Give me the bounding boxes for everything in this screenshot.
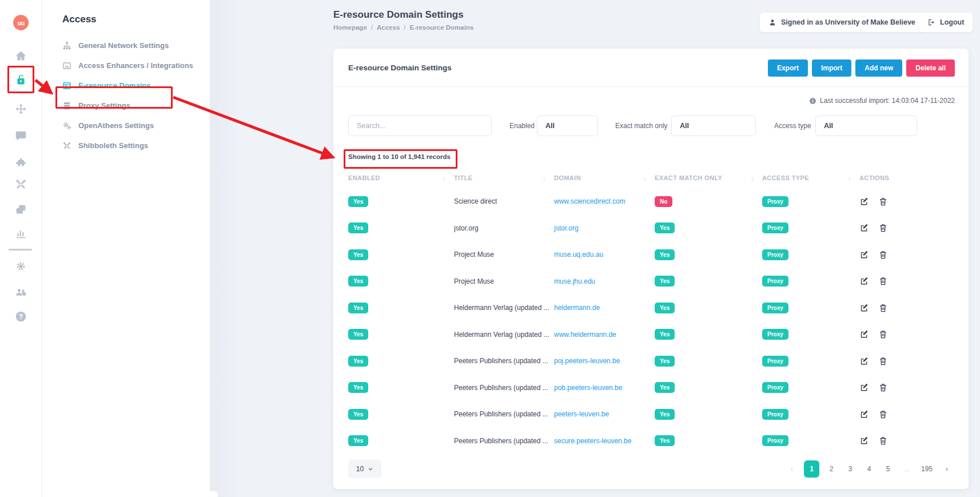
- edit-icon[interactable]: [859, 223, 869, 233]
- move-icon[interactable]: [15, 103, 27, 115]
- edit-icon[interactable]: [859, 303, 869, 313]
- domain-link[interactable]: heldermann.de: [554, 304, 600, 312]
- trash-icon[interactable]: [878, 303, 888, 313]
- domain-link[interactable]: pob.peeters-leuven.be: [554, 384, 622, 392]
- chat-icon[interactable]: [15, 130, 27, 142]
- domain-cell: pob.peeters-leuven.be: [554, 384, 655, 392]
- trash-icon[interactable]: [878, 356, 888, 366]
- domain-link[interactable]: secure.peeters-leuven.be: [554, 437, 631, 445]
- sidebar-item-e-resource-domains[interactable]: E-resource Domains: [62, 75, 199, 96]
- trash-icon[interactable]: [878, 276, 888, 286]
- title-cell: Peeters Publishers (updated ...: [454, 384, 554, 392]
- prev-page-button[interactable]: ‹: [785, 460, 799, 478]
- page-button-5[interactable]: 5: [881, 460, 895, 478]
- edit-icon[interactable]: [859, 356, 869, 366]
- status-badge: Proxy: [762, 382, 788, 393]
- trash-icon[interactable]: [878, 436, 888, 446]
- page-size-select[interactable]: 10: [348, 459, 381, 478]
- status-badge: Proxy: [762, 356, 788, 367]
- domain-link[interactable]: muse.jhu.edu: [554, 277, 595, 285]
- edit-icon[interactable]: [859, 250, 869, 260]
- signed-in-button[interactable]: Signed in as University of Make Believe: [760, 13, 924, 32]
- page-button-195[interactable]: 195: [919, 460, 935, 478]
- domain-cell: secure.peeters-leuven.be: [554, 437, 655, 445]
- sidebar-item-access-enhancers-integrations[interactable]: Access Enhancers / Integrations: [62, 55, 199, 75]
- domain-link[interactable]: jstor.org: [554, 224, 579, 232]
- sidebar-item-shibboleth-settings[interactable]: Shibboleth Settings: [62, 136, 199, 156]
- domain-link[interactable]: poj.peeters-leuven.be: [554, 357, 620, 365]
- title-cell: jstor.org: [454, 224, 554, 232]
- sort-arrow-icon[interactable]: ↓: [848, 174, 851, 181]
- column-header-title[interactable]: TITLE↓: [454, 174, 554, 181]
- access-type-cell: Proxy: [762, 196, 859, 207]
- next-page-button[interactable]: ›: [940, 460, 954, 478]
- column-label: ACCESS TYPE: [762, 174, 809, 181]
- delete-all-button[interactable]: Delete all: [906, 59, 955, 77]
- access-type-filter-select[interactable]: All: [815, 116, 917, 136]
- sort-arrow-icon[interactable]: ↓: [443, 174, 446, 181]
- app-logo[interactable]: uu: [13, 15, 29, 30]
- edit-icon[interactable]: [859, 329, 869, 339]
- lock-open-icon[interactable]: [15, 74, 27, 86]
- edit-icon[interactable]: [859, 276, 869, 286]
- domain-link[interactable]: muse.uq.edu.au: [554, 251, 603, 259]
- sidebar-item-proxy-settings[interactable]: Proxy Settings›: [62, 96, 199, 116]
- export-button[interactable]: Export: [768, 59, 808, 77]
- sidebar-item-openathens-settings[interactable]: OpenAthens Settings: [62, 116, 199, 136]
- trash-icon[interactable]: [878, 250, 888, 260]
- trash-icon[interactable]: [878, 383, 888, 392]
- logout-label: Logout: [940, 18, 964, 26]
- records-count: Showing 1 to 10 of 1,941 records: [348, 153, 451, 160]
- status-badge: Yes: [348, 303, 368, 313]
- breadcrumb-access[interactable]: Access: [377, 24, 400, 31]
- logout-button[interactable]: Logout: [919, 13, 973, 32]
- import-button[interactable]: Import: [812, 59, 851, 77]
- status-badge: Yes: [348, 196, 368, 207]
- access-type-cell: Proxy: [762, 276, 859, 287]
- domain-link[interactable]: www.heldermann.de: [554, 331, 616, 339]
- sort-arrow-icon[interactable]: ↓: [751, 174, 754, 181]
- edit-icon[interactable]: [859, 197, 869, 206]
- puzzle-icon[interactable]: [15, 156, 27, 168]
- help-icon[interactable]: ?: [15, 311, 27, 323]
- domain-link[interactable]: peeters-leuven.be: [554, 410, 609, 418]
- sort-arrow-icon[interactable]: ↓: [543, 174, 546, 181]
- trash-icon[interactable]: [878, 197, 888, 206]
- page-button-1[interactable]: 1: [804, 460, 819, 478]
- sidebar-item-general-network-settings[interactable]: General Network Settings: [62, 35, 199, 55]
- pages-icon[interactable]: [15, 204, 27, 216]
- trash-icon[interactable]: [878, 409, 888, 419]
- edit-icon[interactable]: [859, 409, 869, 419]
- page-button-4[interactable]: 4: [862, 460, 876, 478]
- page-size-value: 10: [356, 465, 364, 473]
- users-icon[interactable]: [15, 286, 27, 298]
- trash-icon[interactable]: [878, 223, 888, 233]
- domain-link[interactable]: www.sciencedirect.com: [554, 197, 626, 205]
- card-actions: Export Import Add new Delete all: [768, 59, 955, 77]
- column-header-exact-match-only[interactable]: EXACT MATCH ONLY↓: [655, 174, 762, 181]
- table-row: YesHeldermann Verlag (updated ...www.hel…: [348, 321, 954, 348]
- chart-icon[interactable]: [15, 228, 27, 240]
- breadcrumb-homepage[interactable]: Homepage: [333, 24, 367, 31]
- panel-collapse-tab[interactable]: [200, 491, 218, 497]
- page-button-2[interactable]: 2: [824, 460, 838, 478]
- edit-icon[interactable]: [859, 436, 869, 446]
- exact-match-filter-select[interactable]: All: [671, 116, 756, 136]
- tools-icon[interactable]: [15, 178, 27, 190]
- status-badge: Yes: [348, 435, 368, 446]
- edit-icon[interactable]: [859, 383, 869, 392]
- chevron-down-icon: [368, 466, 373, 472]
- search-input[interactable]: [348, 116, 492, 136]
- sort-arrow-icon[interactable]: ↓: [643, 174, 647, 181]
- add-new-button[interactable]: Add new: [855, 59, 902, 77]
- column-header-enabled[interactable]: ENABLED↓: [348, 174, 454, 181]
- gears-icon: [62, 121, 71, 130]
- page-button-3[interactable]: 3: [843, 460, 857, 478]
- column-header-access-type[interactable]: ACCESS TYPE↓: [762, 174, 859, 181]
- gear-icon[interactable]: [15, 260, 27, 272]
- trash-icon[interactable]: [878, 329, 888, 339]
- home-icon[interactable]: [15, 50, 27, 62]
- column-header-domain[interactable]: DOMAIN↓: [554, 174, 655, 181]
- enabled-filter-select[interactable]: All: [537, 116, 598, 136]
- status-badge: Proxy: [762, 249, 788, 260]
